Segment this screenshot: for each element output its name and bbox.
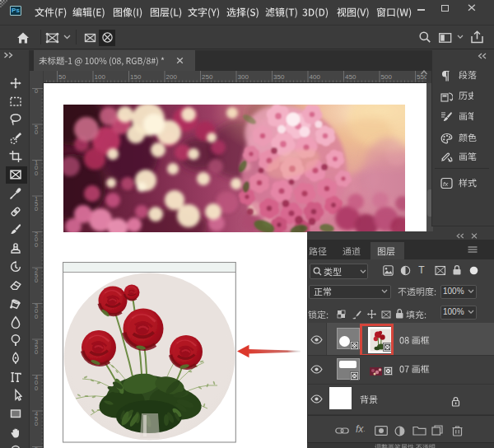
svg-text:0: 0 xyxy=(35,348,38,356)
svg-text:400: 400 xyxy=(310,73,321,81)
svg-text:0: 0 xyxy=(35,313,38,320)
svg-text:0: 0 xyxy=(35,241,38,249)
svg-text:fx: fx xyxy=(443,180,449,188)
svg-text:0: 0 xyxy=(35,170,38,177)
svg-text:300: 300 xyxy=(238,73,249,81)
svg-text:100: 100 xyxy=(95,73,106,81)
svg-text:0: 0 xyxy=(35,385,38,392)
svg-text:200: 200 xyxy=(166,73,178,81)
svg-text:150: 150 xyxy=(130,73,142,81)
svg-text:250: 250 xyxy=(202,73,213,81)
svg-text:500: 500 xyxy=(381,73,393,81)
svg-text:0: 0 xyxy=(35,87,38,95)
svg-text:0: 0 xyxy=(35,205,38,212)
svg-text:0: 0 xyxy=(35,277,38,284)
svg-text:450: 450 xyxy=(345,73,357,81)
svg-text:0: 0 xyxy=(35,420,38,427)
svg-text:350: 350 xyxy=(273,73,285,81)
svg-text:0: 0 xyxy=(35,128,38,136)
svg-text:50: 50 xyxy=(58,73,66,81)
